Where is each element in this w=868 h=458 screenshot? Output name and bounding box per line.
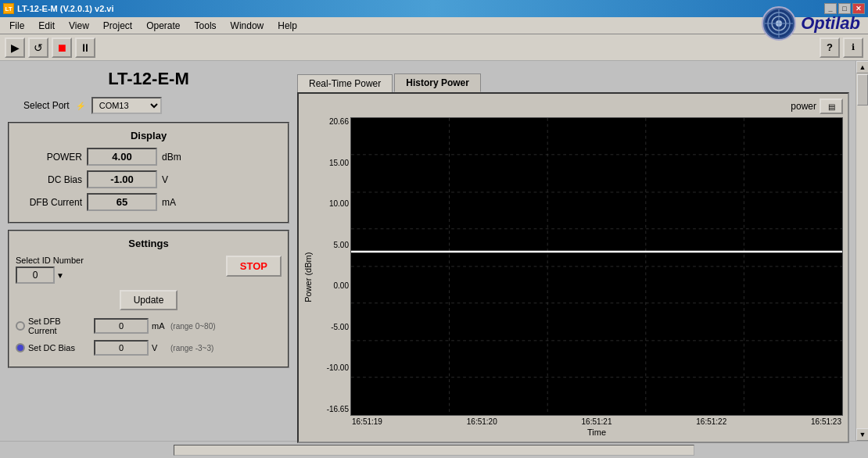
dfb-row: DFB Current 65 mA [16,193,282,211]
scroll-up-arrow[interactable]: ▲ [856,61,868,73]
y-tick-1: 15.00 [317,159,349,167]
bottom-bar [0,441,868,458]
run-button[interactable]: ▶ [5,38,25,58]
dfb-label: DFB Current [16,197,82,208]
stop-button[interactable]: ⏹ [52,38,72,58]
title-bar: LT LT-12-E-M (V.2.0.1) v2.vi _ □ ✕ [0,0,868,17]
id-dropdown-arrow[interactable]: ▼ [56,271,64,280]
scroll-thumb[interactable] [857,74,868,106]
display-box: Display POWER 4.00 dBm DC Bias -1.00 V D… [8,122,289,224]
x-axis-labels: 16:51:19 16:51:20 16:51:21 16:51:22 16:5… [350,417,843,426]
port-icon: ⚡ [76,102,85,110]
id-value: 0 [16,267,55,284]
menu-operate[interactable]: Operate [140,19,186,33]
window-title: LT-12-E-M (V.2.0.1) v2.vi [17,4,114,13]
dfb-unit: mA [162,197,185,208]
tab-history[interactable]: History Power [394,73,481,92]
menu-tools[interactable]: Tools [188,19,223,33]
dfb-value: 65 [87,193,157,211]
dcbias-value: -1.00 [87,170,157,188]
power-unit: dBm [162,152,185,163]
menu-help[interactable]: Help [271,19,303,33]
return-button[interactable]: ↺ [28,38,48,58]
x-tick-3: 16:51:22 [696,417,726,426]
chart-icon-button[interactable]: ▤ [820,98,843,114]
dfb-current-radio[interactable] [16,321,25,331]
y-tick-0: 20.66 [317,117,349,126]
power-label: POWER [16,152,82,163]
power-value: 4.00 [87,148,157,166]
dfb-current-setting-row: Set DFB Current mA (range 0~80) [16,317,282,335]
stop-button-settings[interactable]: STOP [226,256,282,277]
y-tick-5: -5.00 [317,323,349,331]
y-tick-4: 0.00 [317,281,349,290]
y-tick-7: -16.65 [317,405,349,413]
power-chart-label: power [791,101,816,112]
dcbias-row: DC Bias -1.00 V [16,170,282,188]
optilab-logo: Optilab [762,6,860,41]
menu-project[interactable]: Project [97,19,138,33]
x-axis-title: Time [350,428,843,437]
chart-plot-area: 20.66 15.00 10.00 5.00 0.00 -5.00 -10.00… [350,117,843,437]
menu-bar: File Edit View Project Operate Tools Win… [0,17,868,34]
menu-file[interactable]: File [3,19,30,33]
tab-realtime[interactable]: Real-Time Power [297,74,393,92]
toolbar: ▶ ↺ ⏹ ⏸ ? ℹ [0,34,868,61]
app-icon: LT [3,3,14,14]
horizontal-scrollbar[interactable] [174,445,694,456]
dc-bias-setting-row: Set DC Bias V (range -3~3) [16,340,282,356]
scroll-track [856,73,868,428]
tab-bar: Real-Time Power History Power [297,73,849,92]
right-scrollbar[interactable]: ▲ ▼ [855,61,868,441]
x-tick-1: 16:51:20 [467,417,497,426]
menu-window[interactable]: Window [224,19,271,33]
device-title: LT-12-E-M [8,69,289,89]
menu-edit[interactable]: Edit [32,19,61,33]
y-tick-6: -10.00 [317,363,349,372]
optilab-circle-icon [762,6,796,41]
dcbias-label: DC Bias [16,174,82,185]
dfb-current-input[interactable] [94,318,149,334]
dc-bias-input[interactable] [94,340,149,356]
dcbias-unit: V [162,174,185,185]
id-label: Select ID Number [16,256,84,265]
pause-button[interactable]: ⏸ [75,38,95,58]
port-select[interactable]: COM13 [91,97,162,114]
settings-box: Settings Select ID Number 0 ▼ STOP Updat… [8,230,289,368]
x-tick-0: 16:51:19 [352,417,382,426]
x-tick-4: 16:51:23 [811,417,841,426]
dfb-current-unit: mA [152,321,167,331]
dc-bias-unit: V [152,343,167,352]
power-row: POWER 4.00 dBm [16,148,282,166]
menu-view[interactable]: View [63,19,95,33]
display-title: Display [16,130,282,141]
update-button[interactable]: Update [120,290,178,310]
right-panel: Optilab Real-Time Power History Power po… [297,61,855,441]
dfb-current-range: (range 0~80) [170,322,216,331]
dc-bias-range: (range -3~3) [170,344,213,352]
port-label: Select Port [23,100,70,111]
left-panel: LT-12-E-M Select Port ⚡ COM13 Display PO… [0,61,297,441]
y-tick-2: 10.00 [317,199,349,208]
dc-bias-setting-label: Set DC Bias [28,343,91,352]
chart-container: power ▤ Power (dBm) 20.66 15.00 10.00 5.… [297,92,849,443]
settings-title: Settings [16,238,282,249]
x-tick-2: 16:51:21 [582,417,612,426]
y-tick-3: 5.00 [317,241,349,249]
chart-plot-canvas [350,117,843,416]
optilab-text: Optilab [801,13,860,34]
scroll-down-arrow[interactable]: ▼ [856,428,868,441]
dfb-current-setting-label: Set DFB Current [28,317,91,335]
dc-bias-radio[interactable] [16,343,25,352]
y-axis-label: Power (dBm) [303,117,313,437]
